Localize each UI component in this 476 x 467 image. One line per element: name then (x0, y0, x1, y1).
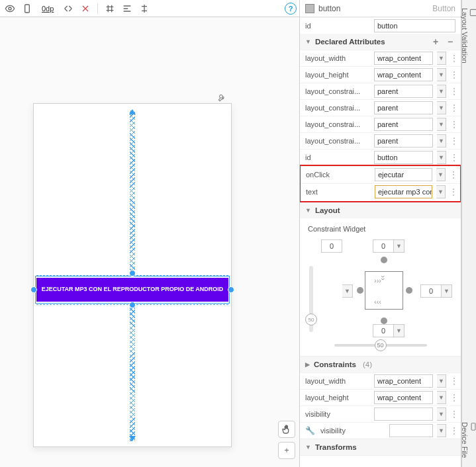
clear-constraints-icon[interactable] (78, 1, 93, 16)
canvas-area[interactable]: EJECUTAR MP3 CON EL REPRODUCTOR PROPIO D… (0, 17, 299, 467)
section-title: Declared Attributes (315, 38, 385, 46)
margin-right-field[interactable]: 0 (420, 284, 442, 298)
dropdown-icon[interactable]: ▼ (394, 324, 405, 337)
anchor-top[interactable] (381, 257, 387, 263)
default-margin-value[interactable]: 0dp (37, 4, 58, 13)
svg-rect-2 (470, 9, 476, 15)
more-icon[interactable]: ⋮ (450, 426, 455, 435)
attr-value-field[interactable]: button (374, 151, 433, 164)
constraint-widget-area: Constraint Widget 50 0 ▼ 0 ▼ 0 ▼ 0 ▼ (300, 218, 461, 356)
section-header-layout[interactable]: ▼ Layout (300, 202, 461, 218)
dropdown-icon[interactable]: ▼ (437, 52, 446, 65)
id-field[interactable]: button (374, 19, 455, 32)
more-icon[interactable]: ⋮ (450, 120, 455, 129)
anchor-bottom[interactable] (381, 318, 387, 324)
more-icon[interactable]: ⋮ (450, 103, 455, 112)
attr-value-field[interactable] (374, 407, 433, 421)
dropdown-icon[interactable]: ▼ (342, 284, 353, 298)
separator (97, 3, 98, 14)
more-icon[interactable]: ⋮ (450, 170, 455, 179)
attr-label: id (305, 153, 370, 161)
more-icon[interactable]: ⋮ (450, 187, 455, 196)
attr-row: layout_heightwrap_content▼⋮ (300, 389, 461, 405)
constraint-handle-right[interactable] (228, 286, 234, 293)
more-icon[interactable]: ⋮ (450, 87, 455, 96)
add-attribute-button[interactable]: + (430, 36, 441, 47)
attr-value-field[interactable]: ejecutar mp3 con el reproductor propio d… (375, 185, 432, 198)
dropdown-icon[interactable]: ▼ (437, 424, 446, 437)
attr-value-field[interactable]: wrap_content (374, 374, 433, 388)
dropdown-icon[interactable]: ▼ (437, 134, 446, 148)
more-icon[interactable]: ⋮ (450, 70, 455, 79)
dropdown-icon[interactable]: ▼ (437, 68, 446, 81)
attr-label: layout_constrai... (305, 120, 370, 128)
object-type: Button (432, 4, 455, 13)
section-header-declared[interactable]: ▼ Declared Attributes + − (300, 34, 461, 50)
horizontal-bias-slider[interactable]: 50 (334, 344, 427, 347)
attr-value-field[interactable]: wrap_content (374, 391, 433, 404)
device-icon[interactable] (20, 1, 34, 16)
margin-left-field[interactable]: 0 (321, 239, 342, 253)
button-widget[interactable]: EJECUTAR MP3 CON EL REPRODUCTOR PROPIO D… (36, 278, 228, 302)
eye-icon[interactable] (3, 1, 17, 16)
attr-value-field[interactable]: parent (374, 118, 433, 131)
bias-thumb[interactable]: 50 (375, 339, 387, 351)
autoconnect-icon[interactable] (61, 1, 75, 16)
attr-label: text (306, 188, 371, 196)
vertical-bias-slider[interactable]: 50 (309, 266, 313, 332)
attr-value-field[interactable]: parent (374, 85, 433, 98)
attr-value-field[interactable]: parent (374, 134, 433, 148)
tab-layout-validation[interactable]: Layout Validation (459, 4, 477, 67)
margin-top-field[interactable]: 0 (373, 239, 394, 253)
constraints-count: (4) (363, 361, 372, 368)
attr-value-field[interactable]: parent (374, 101, 433, 114)
dropdown-icon[interactable]: ▼ (437, 151, 446, 164)
attr-value-field[interactable] (389, 424, 433, 437)
more-icon[interactable]: ⋮ (450, 393, 455, 402)
dropdown-icon[interactable]: ▼ (394, 239, 405, 253)
dropdown-icon[interactable]: ▼ (436, 185, 446, 198)
pan-icon[interactable] (278, 421, 295, 438)
attr-row: idbutton▼⋮ (300, 149, 461, 165)
infer-constraints-icon[interactable] (103, 1, 117, 16)
dropdown-icon[interactable]: ▼ (437, 391, 446, 404)
attr-value-field[interactable]: wrap_content (374, 68, 433, 81)
zoom-in-icon[interactable]: + (278, 442, 295, 459)
help-icon[interactable]: ? (285, 3, 297, 15)
dropdown-icon[interactable]: ▼ (437, 101, 446, 114)
align-icon[interactable] (120, 1, 134, 16)
id-row: id button (300, 17, 461, 34)
attr-label: layout_width (305, 377, 370, 385)
constraint-handle-top[interactable] (129, 270, 136, 276)
dropdown-icon[interactable]: ▼ (437, 118, 446, 131)
constraint-handle-bottom[interactable] (129, 302, 136, 308)
bias-thumb[interactable]: 50 (305, 314, 317, 325)
attr-label: layout_height (305, 394, 370, 402)
tab-device-file[interactable]: Device File (459, 418, 477, 462)
anchor-left[interactable] (357, 287, 363, 294)
more-icon[interactable]: ⋮ (450, 376, 455, 386)
section-header-transforms[interactable]: ▼ Transforms (300, 439, 461, 455)
dropdown-icon[interactable]: ▼ (442, 284, 452, 298)
dropdown-icon[interactable]: ▼ (437, 374, 446, 388)
constraint-widget-label: Constraint Widget (308, 225, 453, 233)
attr-row: visibility▼⋮ (300, 405, 461, 422)
constraint-widget[interactable]: 50 0 ▼ 0 ▼ 0 ▼ 0 ▼ ››› ‹‹‹ ›› (308, 239, 453, 339)
dropdown-icon[interactable]: ▼ (437, 85, 446, 98)
section-header-constraints[interactable]: ▶ Constraints (4) (300, 357, 461, 372)
guideline-icon[interactable] (137, 1, 152, 16)
margin-bottom-field[interactable]: 0 (373, 324, 394, 337)
anchor-right[interactable] (406, 287, 412, 294)
more-icon[interactable]: ⋮ (450, 153, 455, 162)
more-icon[interactable]: ⋮ (450, 136, 455, 146)
attr-row: layout_constrai...parent▼⋮ (300, 99, 461, 116)
dropdown-icon[interactable]: ▼ (437, 407, 446, 421)
attr-value-field[interactable]: ejecutar (375, 168, 432, 181)
dropdown-icon[interactable]: ▼ (436, 168, 446, 181)
constraint-handle-left[interactable] (30, 286, 37, 293)
more-icon[interactable]: ⋮ (450, 54, 455, 63)
attr-value-field[interactable]: wrap_content (374, 52, 433, 65)
remove-attribute-button[interactable]: − (445, 36, 455, 47)
more-icon[interactable]: ⋮ (450, 409, 455, 419)
constraint-spring-top (130, 110, 135, 276)
